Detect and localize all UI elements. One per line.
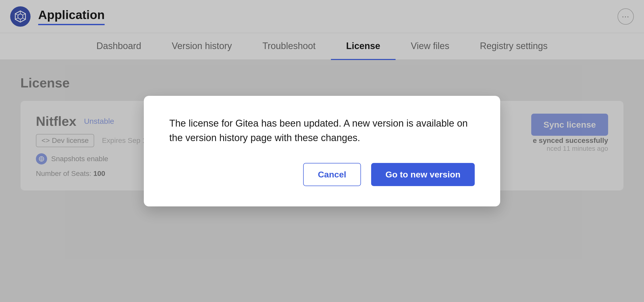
modal-dialog: The license for Gitea has been updated. … — [144, 96, 500, 206]
modal-body-text: The license for Gitea has been updated. … — [169, 116, 475, 145]
modal-actions: Cancel Go to new version — [169, 163, 475, 186]
cancel-button[interactable]: Cancel — [303, 163, 361, 186]
go-to-new-version-button[interactable]: Go to new version — [371, 163, 475, 186]
modal-overlay: The license for Gitea has been updated. … — [0, 0, 644, 302]
